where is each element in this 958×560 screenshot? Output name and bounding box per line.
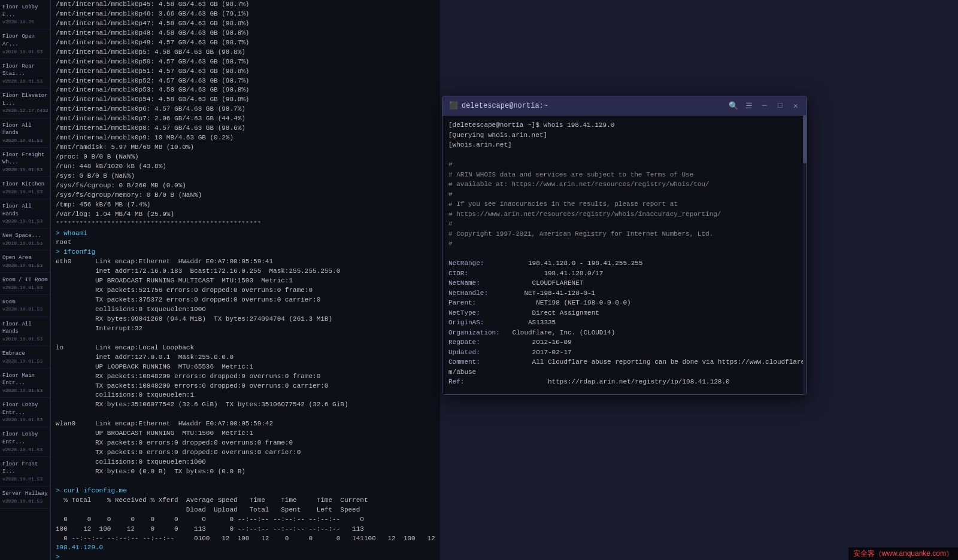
terminal-line: /mnt/internal/mmcblk0p49: 4.57 GB/4.63 G… xyxy=(56,38,435,48)
scrollbar[interactable] xyxy=(803,115,807,395)
scrollbar-thumb[interactable] xyxy=(803,115,807,163)
whois-parent: Parent: NET198 (NET-198-0-0-0-0) xyxy=(448,298,801,308)
left-sidebar: Floor Lobby E... v2020.10.26 Floor Open … xyxy=(0,0,51,560)
whois-comment: # https://www.arin.net/resources/registr… xyxy=(448,209,801,220)
terminal-line: lo Link encap:Local Loopback xyxy=(56,343,435,353)
whois-comment: # xyxy=(448,160,801,170)
terminal-prompt: > xyxy=(56,553,435,560)
sidebar-item[interactable]: New Space... v2020.10.01.53 xyxy=(0,229,50,251)
terminal-line: /mnt/internal/mmcblk0p45: 4.58 GB/4.63 G… xyxy=(56,0,435,10)
sidebar-item-label: Room xyxy=(2,299,48,306)
whois-blank xyxy=(448,249,801,259)
terminal-line: /mnt/internal/mmcblk0p9: 10 MB/4.63 GB (… xyxy=(56,133,435,143)
sidebar-item-date: v2020.10.01.53 xyxy=(2,476,48,482)
terminal-line: /mnt/internal/mmcblk0p6: 4.57 GB/4.63 GB… xyxy=(56,105,435,114)
whois-organization: Organization: Cloudflare, Inc. (CLOUD14) xyxy=(448,328,801,338)
terminal-line: collisions:0 txqueuelen:1000 xyxy=(56,458,435,467)
whois-netrange: NetRange: 198.41.128.0 - 198.41.255.255 xyxy=(448,258,801,269)
sidebar-item-date: v2020.10.01.53 xyxy=(2,78,48,84)
sidebar-item[interactable]: Floor Lobby Entr... v2020.10.01.53 xyxy=(0,427,50,456)
sidebar-item-label: Floor All Hands xyxy=(2,203,48,218)
terminal-titlebar: ⬛ deletescape@nortia:~ 🔍 ☰ ─ □ ✕ xyxy=(442,96,807,115)
maximize-button[interactable]: □ xyxy=(775,101,785,110)
whois-updated: Updated: 2017-02-17 xyxy=(448,348,801,358)
sidebar-item[interactable]: Floor Lobby E... v2020.10.26 xyxy=(0,0,50,29)
sidebar-item-label: Embrace xyxy=(2,350,48,358)
terminal-line: /mnt/internal/mmcblk0p46: 3.66 GB/4.63 G… xyxy=(56,10,435,19)
terminal-line xyxy=(56,477,435,486)
menu-icon[interactable]: ☰ xyxy=(744,101,754,111)
sidebar-item-date: v2020.10.01.53 xyxy=(2,48,48,55)
terminal-line: > whoami xyxy=(56,229,435,239)
terminal-line: /proc: 0 B/0 B (NaN%) xyxy=(56,153,435,162)
terminal-line: /mnt/internal/mmcblk0p48: 4.58 GB/4.63 G… xyxy=(56,29,435,38)
sidebar-item-label: Floor Lobby Entr... xyxy=(2,431,48,446)
terminal-line: 0 --:--:-- --:--:-- --:--:-- 0100 12 100… xyxy=(56,534,435,544)
sidebar-item-label: Floor Front I... xyxy=(2,461,48,476)
sidebar-item-label: Server Hallway xyxy=(2,490,48,498)
sidebar-item[interactable]: Room / IT Room v2020.10.01.53 xyxy=(0,273,50,295)
terminal-line: RX packets:0 errors:0 dropped:0 overruns… xyxy=(56,439,435,448)
sidebar-item[interactable]: Floor Rear Stai... v2020.10.01.53 xyxy=(0,59,50,89)
whois-comment: # If you see inaccuracies in the results… xyxy=(448,199,801,209)
whois-comment: # ARIN WHOIS data and services are subje… xyxy=(448,170,801,180)
terminal-line xyxy=(56,334,435,343)
terminal-line: /mnt/internal/mmcblk0p53: 4.58 GB/4.63 G… xyxy=(56,86,435,95)
terminal-line: /mnt/internal/mmcblk0p50: 4.57 GB/4.63 G… xyxy=(56,57,435,67)
whois-from: [whois.arin.net] xyxy=(448,140,801,150)
sidebar-item[interactable]: Floor Kitchen v2020.10.01.53 xyxy=(0,177,50,199)
whois-comment: # xyxy=(448,239,801,249)
sidebar-item[interactable]: Floor Lobby Entr... v2020.10.01.53 xyxy=(0,398,50,427)
sidebar-item-label: Floor Elevator L... xyxy=(2,92,48,107)
whois-command: [deletescape@nortia ~]$ whois 198.41.129… xyxy=(448,120,801,130)
sidebar-item[interactable]: Floor All Hands v2020.10.01.53 xyxy=(0,199,50,229)
sidebar-item[interactable]: Room v2020.10.01.53 xyxy=(0,295,50,317)
sidebar-item-date: v2020.10.01.53 xyxy=(2,336,48,342)
terminal-line: Dload Upload Total Spent Left Speed xyxy=(56,506,435,515)
sidebar-item-date: v2020.10.01.53 xyxy=(2,387,48,394)
terminal-line: RX bytes:35106077542 (32.6 GiB) TX bytes… xyxy=(56,400,435,410)
close-button[interactable]: ✕ xyxy=(791,101,801,111)
sidebar-item-label: Floor Kitchen xyxy=(2,181,48,188)
watermark: 安全客（www.anquanke.com） xyxy=(848,547,958,560)
terminal-line: /sys: 0 B/0 B (NaN%) xyxy=(56,172,435,181)
minimize-button[interactable]: ─ xyxy=(760,101,769,110)
whois-comment-field: Comment: All Cloudflare abuse reporting … xyxy=(448,357,801,367)
whois-nettype: NetType: Direct Assignment xyxy=(448,308,801,318)
sidebar-item[interactable]: Floor Freight Wh... v2020.10.01.53 xyxy=(0,148,50,177)
whois-comment: # xyxy=(448,219,801,229)
terminal-line: TX packets:375372 errors:0 dropped:0 ove… xyxy=(56,296,435,305)
terminal-line: /sys/fs/cgroup: 0 B/260 MB (0.0%) xyxy=(56,181,435,191)
sidebar-item[interactable]: Floor Elevator L... v2020.12.17.6432 xyxy=(0,89,50,118)
sidebar-item-date: v2020.10.01.53 xyxy=(2,446,48,453)
sidebar-item-label: Floor All Hands xyxy=(2,321,48,336)
terminal-line: /mnt/internal/mmcblk0p54: 4.58 GB/4.63 G… xyxy=(56,95,435,105)
terminal-line: inet addr:172.16.0.183 Bcast:172.16.0.25… xyxy=(56,267,435,276)
sidebar-item-date: v2020.10.01.53 xyxy=(2,137,48,144)
sidebar-item[interactable]: Floor Main Entr... v2020.10.01.53 xyxy=(0,369,50,398)
whois-comment: # xyxy=(448,190,801,200)
sidebar-item-label: Floor Rear Stai... xyxy=(2,63,48,78)
sidebar-item[interactable]: Floor Open Ar... v2020.10.01.53 xyxy=(0,29,50,59)
sidebar-item[interactable]: Floor All Hands v2020.10.01.53 xyxy=(0,118,50,148)
sidebar-item-label: Floor Lobby E... xyxy=(2,4,48,19)
whois-netname: NetName: CLOUDFLARENET xyxy=(448,278,801,288)
terminal-line: RX packets:10848209 errors:0 dropped:0 o… xyxy=(56,372,435,382)
sidebar-item[interactable]: Server Hallway v2020.10.01.53 xyxy=(0,486,50,509)
sidebar-item[interactable]: Open Area v2020.10.01.53 xyxy=(0,251,50,273)
whois-originas: OriginAS: AS13335 xyxy=(448,318,801,328)
search-icon[interactable]: 🔍 xyxy=(729,101,738,111)
terminal-line: root xyxy=(56,238,435,248)
terminal-line: collisions:0 txqueuelen:1 xyxy=(56,391,435,400)
sidebar-item-label: Open Area xyxy=(2,254,48,262)
terminal-line: /mnt/internal/mmcblk0p47: 4.58 GB/4.63 G… xyxy=(56,19,435,29)
sidebar-item[interactable]: Floor All Hands v2020.10.01.53 xyxy=(0,317,50,346)
whois-nethandle: NetHandle: NET-198-41-128-0-1 xyxy=(448,288,801,299)
whois-cidr: CIDR: 198.41.128.0/17 xyxy=(448,269,801,279)
sidebar-item[interactable]: Embrace v2020.10.01.53 xyxy=(0,346,50,369)
terminal-line: eth0 Link encap:Ethernet HWaddr E0:A7:00… xyxy=(56,257,435,267)
sidebar-item[interactable]: Floor Front I... v2020.10.01.53 xyxy=(0,457,50,486)
sidebar-item-date: v2020.12.17.6432 xyxy=(2,107,48,114)
terminal-line: Interrupt:32 xyxy=(56,324,435,334)
terminal-line: > ifconfig xyxy=(56,248,435,257)
